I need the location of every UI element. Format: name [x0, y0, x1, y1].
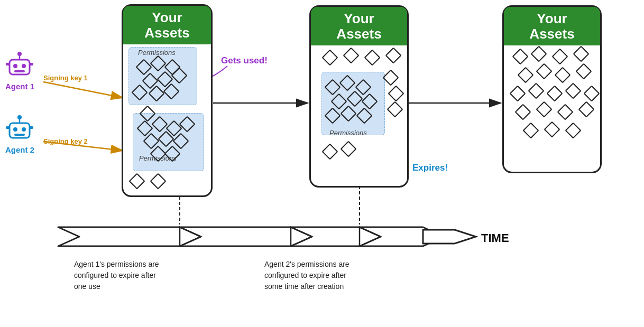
signing-key-2: Signing key 2 [43, 137, 88, 145]
agent-1-label: Agent 1 [5, 82, 34, 91]
svg-marker-16 [291, 227, 312, 246]
asset-title-1b: Assets [144, 25, 189, 41]
asset-title-1a: Your [152, 10, 182, 25]
svg-point-35 [22, 127, 26, 132]
svg-rect-30 [29, 63, 33, 66]
svg-line-21 [360, 237, 381, 246]
asset-header-2: Your Assets [311, 7, 407, 45]
caption-1-text: Agent 1's permissions areconfigured to e… [74, 260, 159, 291]
svg-marker-19 [360, 227, 381, 246]
asset-box-1: Your Assets Permissions Permissions [122, 4, 213, 197]
perm-label-3: Permissions [329, 129, 367, 137]
svg-point-26 [13, 64, 17, 68]
asset-header-1: Your Assets [123, 6, 211, 44]
agent-1-icon [5, 50, 34, 79]
svg-marker-22 [423, 230, 476, 244]
asset-body-2: Permissions [311, 45, 407, 180]
svg-line-14 [180, 227, 201, 237]
svg-rect-38 [29, 126, 33, 129]
signing-key-1: Signing key 1 [43, 74, 88, 82]
svg-marker-13 [180, 227, 201, 246]
asset-body-1: Permissions Permissions [123, 44, 211, 192]
svg-line-20 [360, 227, 381, 237]
time-label: TIME [481, 231, 509, 245]
gets-used-label: Gets used! [221, 55, 268, 66]
svg-point-27 [22, 64, 26, 68]
asset-box-3: Your Assets [502, 5, 602, 173]
expires-label: Expires! [412, 163, 448, 173]
svg-marker-12 [58, 227, 444, 246]
svg-line-18 [291, 237, 312, 246]
agent-1: Agent 1 [5, 50, 34, 91]
svg-rect-29 [6, 63, 10, 66]
svg-point-33 [17, 115, 22, 119]
svg-line-17 [291, 227, 312, 237]
agent-2-label: Agent 2 [5, 145, 34, 154]
perm-label-1: Permissions [138, 49, 176, 57]
agent-2-icon [5, 114, 34, 142]
diagram: Your Assets Permissions Permissions [0, 0, 644, 327]
caption-2-text: Agent 2's permissions areconfigured to e… [264, 260, 349, 291]
svg-point-34 [13, 127, 17, 132]
asset-title-3b: Assets [529, 26, 574, 42]
asset-title-3a: Your [537, 11, 567, 26]
agent-2: Agent 2 [5, 114, 34, 154]
asset-title-2b: Assets [336, 26, 381, 42]
caption-2: Agent 2's permissions areconfigured to e… [264, 259, 349, 292]
asset-title-2a: Your [344, 11, 374, 26]
asset-box-2: Your Assets Permissions [309, 5, 409, 188]
svg-rect-36 [14, 134, 25, 136]
asset-body-3 [504, 45, 600, 166]
svg-point-25 [17, 52, 22, 56]
asset-header-3: Your Assets [504, 7, 600, 45]
svg-rect-37 [6, 126, 10, 129]
caption-1: Agent 1's permissions areconfigured to e… [74, 259, 159, 292]
svg-rect-28 [14, 70, 25, 72]
svg-line-15 [180, 237, 201, 246]
svg-line-5 [43, 82, 123, 98]
